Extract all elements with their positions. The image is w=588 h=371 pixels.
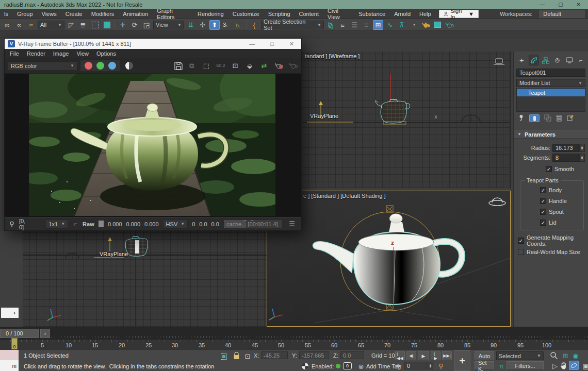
radius-field[interactable]: 16.173 bbox=[552, 144, 579, 152]
menu-arnold[interactable]: Arnold bbox=[393, 10, 412, 18]
modifier-list-dropdown[interactable]: Modifier List▼ bbox=[516, 79, 585, 87]
menu-group[interactable]: Group bbox=[16, 10, 34, 18]
maximize-viewport-icon[interactable]: ▣ bbox=[581, 361, 588, 371]
track-bar[interactable]: 0 / 100 › bbox=[0, 327, 588, 339]
render-setup-icon[interactable] bbox=[420, 20, 431, 30]
macro-recorder-strip[interactable] bbox=[0, 350, 19, 360]
radius-spinner[interactable]: ▲▼ bbox=[579, 144, 585, 152]
compare-icon[interactable]: 50.2 bbox=[216, 61, 226, 71]
vfb-zoom-dropdown[interactable]: 1x1▼ bbox=[45, 220, 68, 229]
smooth-checkbox[interactable]: ✓ bbox=[546, 166, 552, 172]
select-object-icon[interactable]: ◸ bbox=[66, 20, 76, 30]
segments-spinner[interactable]: ▲▼ bbox=[579, 154, 585, 162]
vray-frame-buffer-window[interactable]: V V-Ray Frame Buffer - [100.0% of 1441 x… bbox=[4, 38, 302, 231]
menu-rendering[interactable]: Rendering bbox=[197, 10, 225, 18]
play-button[interactable]: ▶ bbox=[418, 351, 429, 360]
previous-frame-button[interactable]: ◀| bbox=[406, 351, 416, 360]
named-selection-set-dropdown[interactable]: Create Selection Set▼ bbox=[261, 21, 324, 29]
zoom-icon[interactable] bbox=[550, 351, 558, 360]
menu-modifiers[interactable]: Modifiers bbox=[90, 10, 116, 18]
menu-substance[interactable]: Substance bbox=[357, 10, 386, 18]
selection-filter-dropdown[interactable]: All▼ bbox=[38, 21, 64, 29]
frame-spinner[interactable]: ▲▼ bbox=[428, 362, 433, 369]
vfb-menu-file[interactable]: File bbox=[10, 50, 19, 57]
z-field[interactable]: 0.0 bbox=[340, 351, 364, 359]
vfb-menu-image[interactable]: Image bbox=[53, 50, 69, 57]
menu-scripting[interactable]: Scripting bbox=[267, 10, 291, 18]
render-production-icon[interactable] bbox=[444, 20, 454, 30]
menu-create[interactable]: Create bbox=[64, 10, 84, 18]
show-end-result-icon[interactable] bbox=[529, 114, 540, 122]
modifier-stack-item-teapot[interactable]: Teapot bbox=[517, 89, 585, 96]
go-to-end-button[interactable]: ▶▶| bbox=[442, 351, 452, 360]
absolute-mode-icon[interactable]: ⊡ bbox=[242, 351, 253, 361]
maximize-icon[interactable]: ▢ bbox=[558, 2, 563, 7]
stop-render-icon[interactable] bbox=[273, 61, 284, 71]
vfb-close-icon[interactable]: ✕ bbox=[289, 41, 294, 47]
y-field[interactable]: -157.665 bbox=[299, 351, 329, 359]
vfb-render-image[interactable] bbox=[5, 74, 301, 217]
zoom-extents-icon[interactable]: ◉ bbox=[570, 351, 581, 361]
segments-field[interactable]: 8 bbox=[552, 154, 579, 162]
vfb-log-icon[interactable]: ☰ bbox=[287, 219, 297, 229]
maxscript-listener[interactable]: ni bbox=[0, 360, 19, 371]
select-move-icon[interactable]: ✛ bbox=[118, 20, 128, 30]
curve-editor-icon[interactable]: ∿ bbox=[385, 20, 395, 30]
mirror-icon[interactable]: ⧎ bbox=[325, 20, 336, 30]
next-frame-button[interactable]: › bbox=[40, 329, 50, 338]
body-checkbox[interactable]: ✓ bbox=[540, 187, 546, 193]
time-slider-playhead[interactable]: 0 bbox=[11, 338, 18, 350]
configure-modifier-sets-icon[interactable] bbox=[567, 114, 574, 122]
make-unique-icon[interactable] bbox=[544, 114, 551, 122]
snaps-toggle-icon[interactable]: 3⌐ bbox=[221, 20, 232, 30]
key-mode-icon[interactable]: ◀▶ bbox=[395, 363, 401, 368]
red-channel-button[interactable] bbox=[85, 62, 92, 70]
render-last-icon[interactable] bbox=[288, 61, 298, 71]
viewport-perspective[interactable]: e ] [Standard ] [Default Shading ] bbox=[267, 191, 511, 327]
save-image-icon[interactable] bbox=[174, 62, 183, 70]
select-rotate-icon[interactable]: ⟳ bbox=[129, 20, 140, 30]
follow-mouse-icon[interactable]: ⬙ bbox=[244, 61, 255, 71]
pan-hand-icon[interactable] bbox=[560, 362, 567, 369]
tangent-icon[interactable]: π bbox=[496, 361, 507, 371]
selection-lock-region-icon[interactable] bbox=[219, 351, 229, 361]
vfb-menu-render[interactable]: Render bbox=[27, 50, 45, 57]
angle-snap-icon[interactable]: ⊾ bbox=[233, 20, 243, 30]
duplicate-buffer-icon[interactable]: ⧉ bbox=[187, 61, 197, 71]
window-crossing-icon[interactable] bbox=[102, 20, 112, 30]
lid-checkbox[interactable]: ✓ bbox=[540, 220, 546, 226]
select-manipulate-icon[interactable]: ✢ bbox=[198, 20, 208, 30]
menu-customize[interactable]: Customize bbox=[232, 10, 260, 18]
schematic-view-icon[interactable]: ⊼ bbox=[397, 20, 407, 30]
orbit-button[interactable] bbox=[569, 361, 579, 370]
create-key-plus-button[interactable]: + bbox=[454, 350, 470, 371]
field-of-view-icon[interactable]: ▷ bbox=[550, 361, 560, 371]
menu-content[interactable]: Content bbox=[298, 10, 320, 18]
menu-graph-editors[interactable]: Graph Editors bbox=[156, 7, 190, 21]
hsv-dropdown[interactable]: HSV▼ bbox=[163, 220, 188, 229]
menu-tools[interactable]: ls bbox=[3, 10, 9, 18]
select-scale-icon[interactable]: ◲ bbox=[141, 20, 152, 30]
layer-explorer-icon[interactable]: ≡ bbox=[361, 20, 371, 30]
ribbon-toggle-icon[interactable]: ⊞ bbox=[373, 20, 383, 30]
select-and-link-icon[interactable]: ∞ bbox=[2, 20, 12, 30]
key-icon[interactable]: ⚲ bbox=[436, 361, 446, 371]
selection-lock-icon[interactable] bbox=[233, 352, 240, 360]
menu-civil-view[interactable]: Civil View bbox=[326, 7, 351, 21]
reference-coordinate-dropdown[interactable]: View▼ bbox=[153, 21, 184, 29]
vrayplane-label-front[interactable]: VRayPlane bbox=[310, 113, 338, 119]
remove-modifier-icon[interactable] bbox=[556, 114, 562, 122]
scene-explorer-icon[interactable]: ☰ bbox=[349, 20, 360, 30]
tab-display-icon[interactable] bbox=[564, 55, 574, 65]
vfb-titlebar[interactable]: V V-Ray Frame Buffer - [100.0% of 1441 x… bbox=[5, 39, 301, 49]
timeline[interactable]: 5 10 15 20 25 30 35 40 45 50 55 60 65 70… bbox=[0, 339, 588, 349]
pin-stack-icon[interactable] bbox=[518, 114, 525, 122]
use-pivot-point-icon[interactable]: ⇊ bbox=[186, 20, 196, 30]
sign-in-button[interactable]: Sign In▼ bbox=[439, 10, 479, 18]
parameters-rollout-header[interactable]: ▼ Parameters bbox=[514, 130, 588, 139]
current-frame-field[interactable]: 0 bbox=[404, 362, 427, 369]
material-editor-icon[interactable]: ◔ bbox=[409, 20, 419, 30]
viewport-top-view[interactable]: VRayPlane › bbox=[0, 231, 267, 327]
edit-named-selections-icon[interactable]: { bbox=[249, 20, 259, 30]
workspace-dropdown[interactable]: Default bbox=[539, 10, 585, 18]
